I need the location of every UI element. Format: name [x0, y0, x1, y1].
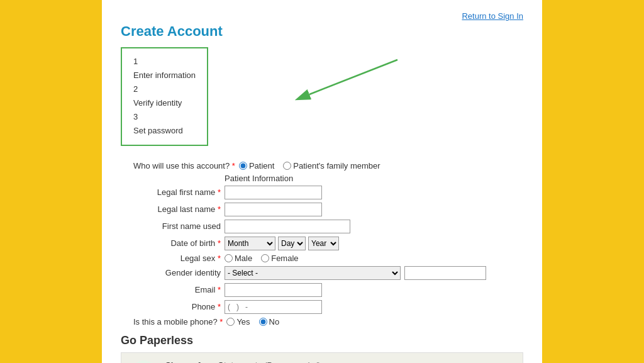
who-radio-group: Patient Patient's family member: [239, 161, 380, 170]
step3-number: 3: [133, 110, 196, 124]
family-radio-label[interactable]: Patient's family member: [283, 161, 380, 170]
patient-label: Patient: [249, 161, 274, 170]
who-required-star: *: [232, 161, 235, 170]
gender-identity-label: Gender identity: [133, 268, 225, 277]
phone-row: Phone *: [133, 300, 523, 314]
svg-point-2: [130, 360, 158, 363]
first-name-used-row: First name used: [133, 220, 523, 233]
female-label: Female: [271, 254, 298, 263]
patient-radio[interactable]: [239, 162, 247, 170]
gender-identity-select[interactable]: - Select - Male Female Non-binary Other …: [225, 266, 401, 280]
mobile-row: Is this a mobile phone? * Yes No: [133, 317, 523, 327]
legal-first-name-row: Legal first name *: [133, 186, 523, 199]
gender-identity-row: Gender identity - Select - Male Female N…: [133, 266, 523, 280]
who-row: Who will use this account? * Patient Pat…: [133, 161, 523, 170]
yes-label: Yes: [236, 317, 250, 327]
step1-label: Enter information: [133, 69, 196, 82]
page-title: Create Account: [121, 23, 523, 40]
paperless-box-title: Sign up for e-Statements (Recommended): [165, 360, 514, 363]
step1-number: 1: [133, 55, 196, 69]
legal-last-name-row: Legal last name *: [133, 203, 523, 216]
legal-last-name-label: Legal last name *: [133, 204, 225, 214]
phone-label: Phone *: [133, 302, 225, 311]
step3-label: Set password: [133, 124, 196, 138]
legal-sex-label: Legal sex *: [133, 254, 225, 263]
male-label: Male: [235, 254, 252, 263]
legal-sex-radio-group: Male Female: [225, 254, 299, 263]
recommended-tag: (Recommended): [264, 361, 320, 363]
family-radio[interactable]: [283, 162, 291, 170]
yes-radio-label[interactable]: Yes: [226, 317, 250, 327]
email-label: Email *: [133, 285, 225, 294]
legal-sex-row: Legal sex * Male Female: [133, 254, 523, 263]
patient-radio-label[interactable]: Patient: [239, 161, 274, 170]
email-input[interactable]: [225, 283, 322, 297]
female-radio[interactable]: [261, 254, 269, 262]
arrow-indicator: [278, 53, 404, 106]
phone-input[interactable]: [225, 300, 322, 314]
email-row: Email *: [133, 283, 523, 297]
paperless-text-area: Sign up for e-Statements (Recommended) W…: [165, 360, 514, 363]
paperless-box: Sign up for e-Statements (Recommended) W…: [121, 352, 523, 363]
svg-line-1: [309, 60, 397, 94]
no-radio-label[interactable]: No: [259, 317, 280, 327]
return-to-sign-in-link[interactable]: Return to Sign In: [462, 11, 523, 21]
mobile-question-label: Is this a mobile phone? *: [133, 317, 226, 327]
family-label: Patient's family member: [293, 161, 380, 170]
first-name-used-input[interactable]: [225, 220, 350, 233]
legal-first-name-label: Legal first name *: [133, 187, 225, 197]
go-paperless-title: Go Paperless: [121, 334, 523, 347]
tree-icon: [130, 360, 158, 363]
mobile-radio-group: Yes No: [226, 317, 279, 327]
go-paperless-section: Go Paperless Sign up for e-Statements (R…: [121, 334, 523, 363]
patient-info-header: Patient Information: [225, 174, 523, 183]
female-radio-label[interactable]: Female: [261, 254, 298, 263]
dob-selects: Month JanuaryFebruaryMarch AprilMayJune …: [225, 237, 339, 250]
first-name-used-label: First name used: [133, 221, 225, 231]
mobile-no-radio[interactable]: [259, 318, 267, 326]
legal-last-name-input[interactable]: [225, 203, 322, 216]
gender-identity-extra-input[interactable]: [404, 266, 486, 280]
male-radio[interactable]: [225, 254, 233, 262]
dob-label: Date of birth *: [133, 238, 225, 248]
legal-first-name-input[interactable]: [225, 186, 322, 199]
top-bar: Return to Sign In: [121, 6, 523, 23]
who-label: Who will use this account? *: [133, 161, 239, 170]
account-form: Who will use this account? * Patient Pat…: [133, 161, 523, 327]
dob-row: Date of birth * Month JanuaryFebruaryMar…: [133, 237, 523, 250]
step2-label: Verify identity: [133, 96, 196, 110]
no-label: No: [269, 317, 280, 327]
dob-year-select[interactable]: Year 2024202320102000 199019801970196019…: [308, 237, 339, 250]
male-radio-label[interactable]: Male: [225, 254, 252, 263]
dob-month-select[interactable]: Month JanuaryFebruaryMarch AprilMayJune …: [225, 237, 275, 250]
step2-number: 2: [133, 82, 196, 96]
mobile-yes-radio[interactable]: [226, 318, 235, 326]
steps-box: 1 Enter information 2 Verify identity 3 …: [121, 47, 208, 146]
dob-day-select[interactable]: Day 12345 678910 1112131415 1617181920 2…: [278, 237, 306, 250]
